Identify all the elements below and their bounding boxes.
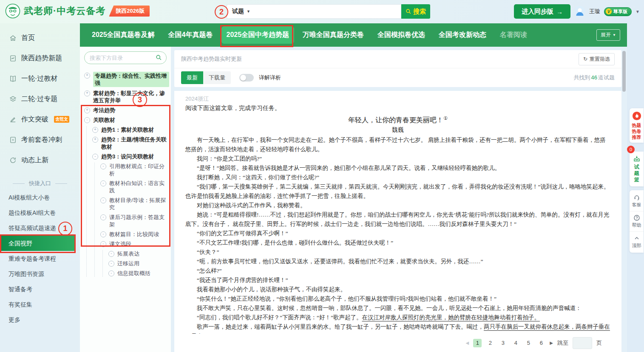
avatar[interactable] [574,6,585,17]
expand-plus-icon[interactable] [92,137,98,143]
nav-tab-2[interactable]: 2025全国中考趋势题 [221,26,295,44]
tree-node[interactable]: 课文选段 [100,240,169,248]
customer-service-button[interactable]: 客服 [630,191,644,211]
jump-page-input[interactable] [573,337,592,349]
tree-node-label[interactable]: 课后习题示例：答题支架 [109,214,169,228]
collapse-minus-icon[interactable] [100,163,106,169]
tree-node[interactable]: 素材趋势：彰显三大文化，渗透五育并举 [84,90,169,104]
tree-node-label[interactable]: 考法趋势 [93,107,115,114]
user-menu-caret-icon[interactable]: ▼ [635,9,640,14]
page-number-1[interactable]: 1 [473,339,482,347]
collapse-minus-icon[interactable] [108,261,114,267]
collapse-minus-icon[interactable] [108,251,114,257]
tree-node[interactable]: 信息提取概括 [108,270,169,277]
logo[interactable]: 武老师·中考云备考 陕西2026版 [5,3,150,19]
tree-node-label[interactable]: 信息提取概括 [117,270,150,277]
detail-analysis-toggle[interactable] [239,74,254,82]
collapse-minus-icon[interactable] [100,214,106,220]
quick-item-3[interactable]: 全国视野 [0,236,75,251]
search-icon[interactable] [156,54,162,62]
collapse-minus-icon[interactable] [84,117,90,123]
sort-newest-button[interactable]: 最新 [181,71,203,84]
sidebar-item-3[interactable]: 二轮·过专题 [0,89,80,109]
question-basket-button[interactable]: 试题篮 [630,152,644,186]
tree-node[interactable]: 教材目录/导读：拓展探究 [100,197,169,211]
tree-node[interactable]: 引用教材观点：印证分析 [100,163,169,177]
sidebar-item-0[interactable]: 首页 [0,28,80,48]
page-number-6[interactable]: 6 [537,339,545,347]
tree-node-label[interactable]: 趋势1：素材关联教材 [101,126,154,133]
tree-search-input[interactable] [84,51,167,64]
sidebar-item-5[interactable]: 考前套卷冲刺 [0,130,80,150]
page-number-3[interactable]: 3 [499,339,507,347]
collapse-minus-icon[interactable] [100,241,106,247]
sidebar-item-6[interactable]: 动态上新 [0,150,80,170]
nav-tab-3[interactable]: 万唯全国真题分类卷 [298,26,369,44]
nav-tab-1[interactable]: 全国4年真题卷 [163,26,218,44]
help-button[interactable]: 帮助 [630,211,644,232]
tree-node[interactable]: 趋势3：设问关联教材 [92,153,169,160]
tree-node-label[interactable]: 拓展表达 [117,250,139,257]
sidebar-item-1[interactable]: 陕西趋势新题 [0,48,80,68]
sidebar-item-4[interactable]: 作文突破含范文 [0,109,80,130]
quick-item-6[interactable]: 智通备考 [0,282,80,297]
nav-tab-0[interactable]: 2025全国真题卷及解 [87,26,160,44]
tree-node-label[interactable]: 趋势3：设问关联教材 [101,153,154,160]
back-to-top-button[interactable]: 顶部 [630,232,644,252]
expand-plus-icon[interactable] [92,127,98,133]
tree-node-label[interactable]: 教材目录/导读：拓展探究 [109,197,169,211]
next-page-button[interactable]: ▶ [550,341,553,345]
quick-item-4[interactable]: 重难专题备考课程 [0,251,80,266]
nav-tab-6[interactable]: 名著阅读 [495,26,532,44]
hot-papers-button[interactable]: 热题热卷推荐 [630,108,644,143]
sync-version-button[interactable]: 进入同步版 → [514,4,570,19]
expand-plus-icon[interactable] [84,73,90,79]
tree-node-label[interactable]: 素材趋势：彰显三大文化，渗透五育并举 [93,90,169,104]
quick-item-2[interactable]: 答疑高频试题速递 [0,220,80,236]
collapse-minus-icon[interactable] [100,180,106,186]
reset-filter-button[interactable]: ↻ 重置筛选 [579,53,615,65]
tree-node-label[interactable]: 趋势2：主题/情境任务关联教材 [101,136,169,150]
collapse-minus-icon[interactable] [100,231,106,237]
page-number-5[interactable]: 5 [524,339,533,347]
tree-node[interactable]: 趋势2：主题/情境任务关联教材 [92,136,169,150]
quick-item-1[interactable]: 题位模板AI组大卷 [0,205,80,220]
page-number-2[interactable]: 2 [486,339,494,347]
search-input[interactable] [255,4,401,19]
quick-item-5[interactable]: 万唯图书资源 [0,266,80,282]
search-button[interactable]: 搜索 [401,4,430,19]
tree-node-label[interactable]: 迁移运用 [117,260,139,267]
tree-node[interactable]: 拓展表达 [108,250,169,257]
expand-plus-icon[interactable] [84,90,90,96]
expand-button[interactable]: 展开 ▼ [596,29,620,41]
tree-node[interactable]: 教材补白知识：语言实践 [100,180,169,194]
search-category-dropdown[interactable]: 试题 ▼ [227,4,255,19]
expand-plus-icon[interactable] [84,107,90,113]
page-number-4[interactable]: 4 [511,339,520,347]
tree-node-label[interactable]: 关联教材 [93,116,115,124]
tree-node[interactable]: 迁移运用 [108,260,169,267]
quick-item-0[interactable]: AI模板组大小卷 [0,190,80,205]
collapse-minus-icon[interactable] [100,197,106,203]
collapse-minus-icon[interactable] [92,154,98,160]
tree-node[interactable]: 教材篇目：比较阅读 [100,231,169,238]
vip-badge[interactable]: V 尊享版 [604,7,632,16]
quick-item-7[interactable]: 有奖征集 [0,297,80,312]
previous-page-button[interactable]: ◀ [466,341,469,345]
quick-item-8[interactable]: 更多 [0,312,80,327]
tree-node-label[interactable]: 教材篇目：比较阅读 [109,231,159,238]
tree-node-label[interactable]: 教材补白知识：语言实践 [109,180,169,194]
collapse-minus-icon[interactable] [108,270,114,276]
sidebar-item-2[interactable]: 一轮·过教材 [0,68,80,89]
tree-node-label[interactable]: 课文选段 [109,240,131,248]
vertical-scrollbar-thumb[interactable] [622,51,626,92]
tree-node[interactable]: 考法趋势 [84,107,169,114]
tree-node-label[interactable]: 专题趋势：综合性、实践性增强 [93,72,169,87]
tree-node[interactable]: 关联教材 [84,116,169,124]
tree-node[interactable]: 趋势1：素材关联教材 [92,126,169,133]
nav-tab-4[interactable]: 全国模拟卷优选 [372,26,430,44]
sort-downloads-button[interactable]: 下载量 [203,71,231,84]
tree-node[interactable]: 专题趋势：综合性、实践性增强 [84,72,169,87]
nav-tab-5[interactable]: 全国考改新动态 [434,26,491,44]
tree-node[interactable]: 课后习题示例：答题支架 [100,214,169,228]
